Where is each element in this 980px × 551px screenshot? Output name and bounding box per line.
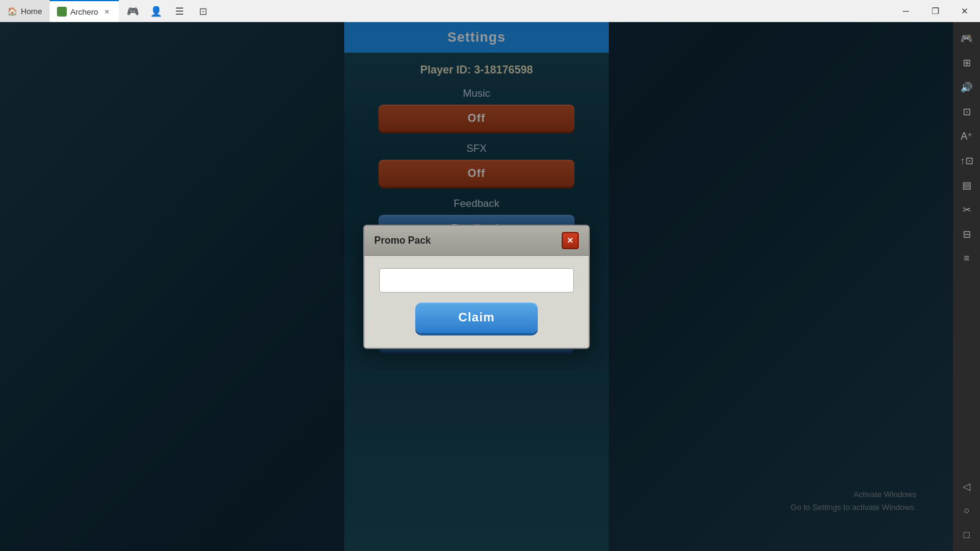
- sidebar-icon-grid[interactable]: ⊞: [956, 51, 978, 73]
- sidebar-icon-user-a[interactable]: A⁺: [956, 125, 978, 147]
- sidebar-icon-record[interactable]: ⊡: [956, 100, 978, 122]
- sidebar-icon-sound[interactable]: 🔊: [956, 76, 978, 98]
- promo-code-input[interactable]: [379, 268, 574, 293]
- sidebar-icon-gamepad[interactable]: 🎮: [956, 27, 978, 49]
- archero-icon: [57, 7, 67, 17]
- right-sidebar: 🎮 ⊞ 🔊 ⊡ A⁺ ↑⊡ ▤ ✂ ⊟ ≡ ◁ ○ □: [953, 22, 980, 551]
- game-area: Settings Player ID: 3-18176598 Music Off…: [0, 22, 953, 551]
- minimize-button[interactable]: ─: [892, 0, 920, 22]
- modal-close-button[interactable]: ×: [562, 232, 579, 249]
- sidebar-icon-layout[interactable]: ⊟: [956, 223, 978, 245]
- gamepad-icon[interactable]: 🎮: [124, 2, 142, 20]
- claim-button[interactable]: Claim: [415, 302, 538, 333]
- sidebar-icon-barcode[interactable]: ▤: [956, 174, 978, 196]
- sidebar-icon-list[interactable]: ≡: [956, 247, 978, 269]
- window-controls: ─ ❐ ✕: [892, 0, 980, 22]
- sidebar-icon-upload[interactable]: ↑⊡: [956, 149, 978, 171]
- tab-home[interactable]: 🏠 Home: [0, 0, 50, 22]
- tab-archero[interactable]: Archero ✕: [50, 0, 119, 22]
- modal-title: Promo Pack: [374, 235, 431, 246]
- toolbar-icons: 🎮 👤 ☰ ⊡: [119, 2, 217, 20]
- title-bar: 🏠 Home Archero ✕ 🎮 👤 ☰ ⊡ ─ ❐ ✕: [0, 0, 980, 22]
- modal-header: Promo Pack ×: [364, 226, 589, 256]
- sidebar-bottom: ◁ ○ □: [956, 475, 978, 546]
- tab-archero-label: Archero: [70, 7, 99, 17]
- promo-pack-modal: Promo Pack × Claim: [363, 225, 590, 349]
- tab-home-label: Home: [21, 7, 42, 16]
- menu-icon[interactable]: ☰: [170, 2, 189, 20]
- account-icon[interactable]: 👤: [147, 2, 165, 20]
- sidebar-icon-back[interactable]: ◁: [956, 475, 978, 497]
- modal-close-icon: ×: [567, 235, 573, 246]
- sidebar-icon-circle[interactable]: ○: [956, 500, 978, 522]
- modal-overlay: Promo Pack × Claim: [0, 22, 953, 551]
- screen-icon[interactable]: ⊡: [194, 2, 212, 20]
- sidebar-icon-scissors[interactable]: ✂: [956, 198, 978, 220]
- home-icon: 🏠: [7, 7, 17, 16]
- restore-button[interactable]: ❐: [921, 0, 949, 22]
- tab-close-button[interactable]: ✕: [102, 7, 111, 17]
- modal-body: Claim: [364, 256, 589, 348]
- sidebar-icon-square[interactable]: □: [956, 524, 978, 546]
- close-button[interactable]: ✕: [951, 0, 979, 22]
